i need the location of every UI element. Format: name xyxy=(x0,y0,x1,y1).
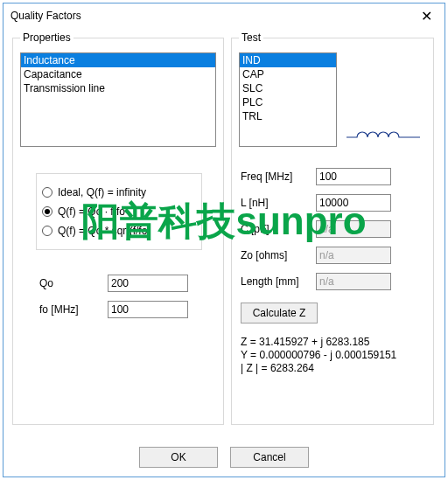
properties-listbox[interactable]: Inductance Capacitance Transmission line xyxy=(20,52,216,147)
radio-icon xyxy=(42,187,52,198)
q-model-radio-group: Ideal, Q(f) = infinity Q(f) = Qo · f/fo … xyxy=(36,173,202,250)
properties-group: Properties Inductance Capacitance Transm… xyxy=(12,31,224,425)
freq-input[interactable] xyxy=(316,168,391,185)
radio-label: Q(f) = Qo * sqrt(f/fo) xyxy=(58,225,150,237)
fo-input[interactable] xyxy=(108,301,188,318)
test-group: Test IND CAP SLC PLC TRL Freq [MHz] xyxy=(231,31,434,425)
list-item[interactable]: Transmission line xyxy=(21,81,215,95)
radio-linear[interactable]: Q(f) = Qo · f/fo xyxy=(42,202,196,221)
titlebar: Quality Factors ✕ xyxy=(4,3,444,28)
test-fields: Freq [MHz] L [nH] C [pF] Zo [ohms] Lengt… xyxy=(239,168,426,290)
c-label: C [pF] xyxy=(239,223,316,235)
inductor-icon xyxy=(345,125,422,145)
radio-ideal[interactable]: Ideal, Q(f) = infinity xyxy=(42,183,196,202)
c-input xyxy=(316,220,391,238)
radio-sqrt[interactable]: Q(f) = Qo * sqrt(f/fo) xyxy=(42,221,196,240)
l-input[interactable] xyxy=(316,194,391,212)
radio-label: Ideal, Q(f) = infinity xyxy=(58,186,146,198)
list-item[interactable]: PLC xyxy=(240,95,336,109)
calculate-button[interactable]: Calculate Z xyxy=(241,303,318,323)
dialog-window: Quality Factors ✕ Properties Inductance … xyxy=(3,3,445,477)
zo-label: Zo [ohms] xyxy=(239,249,316,261)
content-area: Properties Inductance Capacitance Transm… xyxy=(4,28,444,425)
list-item[interactable]: IND xyxy=(240,53,336,67)
list-item[interactable]: Inductance xyxy=(21,53,215,67)
l-label: L [nH] xyxy=(239,197,316,209)
result-z: Z = 31.415927 + j 6283.185 xyxy=(241,336,426,349)
radio-icon xyxy=(42,206,52,217)
test-legend: Test xyxy=(239,31,263,44)
results-block: Z = 31.415927 + j 6283.185 Y = 0.0000007… xyxy=(239,336,426,375)
radio-icon xyxy=(42,226,52,236)
test-listbox[interactable]: IND CAP SLC PLC TRL xyxy=(239,52,337,147)
result-absz: | Z | = 6283.264 xyxy=(241,362,426,375)
length-label: Length [mm] xyxy=(239,275,316,288)
properties-legend: Properties xyxy=(20,31,74,44)
list-item[interactable]: SLC xyxy=(240,81,336,95)
result-y: Y = 0.000000796 - j 0.000159151 xyxy=(241,349,426,362)
freq-label: Freq [MHz] xyxy=(239,170,316,183)
list-item[interactable]: TRL xyxy=(240,109,336,123)
qo-input[interactable] xyxy=(108,275,188,292)
qo-label: Qo xyxy=(39,277,108,289)
close-icon[interactable]: ✕ xyxy=(416,8,438,24)
radio-label: Q(f) = Qo · f/fo xyxy=(58,205,125,218)
cancel-button[interactable]: Cancel xyxy=(230,447,309,468)
list-item[interactable]: CAP xyxy=(240,67,336,81)
qo-fo-block: Qo fo [MHz] xyxy=(39,275,216,318)
dialog-footer: OK Cancel xyxy=(4,447,444,468)
window-title: Quality Factors xyxy=(10,10,416,22)
ok-button[interactable]: OK xyxy=(139,447,218,468)
fo-label: fo [MHz] xyxy=(39,303,108,316)
zo-input xyxy=(316,247,391,264)
list-item[interactable]: Capacitance xyxy=(21,67,215,81)
length-input xyxy=(316,273,391,290)
